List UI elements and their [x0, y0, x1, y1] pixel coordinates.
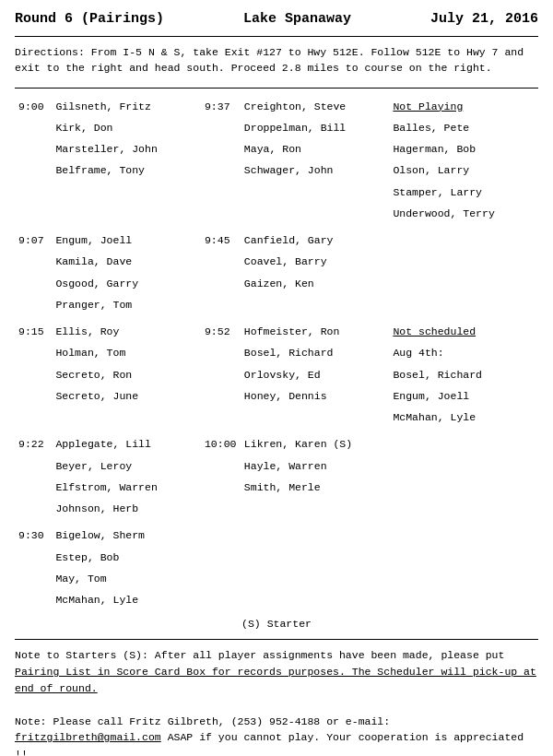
group-col-1	[52, 407, 201, 428]
time-col-2	[201, 407, 241, 428]
notes-col	[389, 568, 538, 589]
group-col-2	[241, 203, 390, 224]
group-col-2: Schwager, John	[241, 159, 390, 181]
time-col-2: 9:45	[201, 230, 241, 251]
time-col-1	[15, 159, 52, 181]
notes-col: McMahan, Lyle	[389, 407, 538, 428]
time-col-2	[201, 251, 241, 272]
time-col-1	[15, 455, 52, 477]
notes-col: Stamper, Larry	[389, 182, 538, 203]
group-col-1: Elfstrom, Warren	[52, 477, 201, 498]
notes-col	[389, 273, 538, 294]
time-col-1	[15, 342, 52, 363]
date-title: July 21, 2016	[430, 11, 538, 27]
time-col-1: 9:15	[15, 321, 52, 342]
call-note-text: Note: Please call Fritz Gilbreth, (253) …	[15, 715, 390, 727]
notes-col	[389, 525, 538, 546]
time-col-2	[201, 117, 241, 138]
time-col-2	[201, 273, 241, 294]
notes-col: Balles, Pete	[389, 117, 538, 138]
group-col-2	[241, 182, 390, 203]
time-col-2	[201, 385, 241, 407]
time-col-1	[15, 498, 52, 519]
notes-col	[389, 251, 538, 272]
time-col-2	[201, 203, 241, 224]
time-col-1	[15, 138, 52, 159]
group-col-1: Beyer, Leroy	[52, 455, 201, 477]
group-col-1: Johnson, Herb	[52, 498, 201, 519]
group-col-2: Orlovsky, Ed	[241, 364, 390, 385]
group-col-2: Bosel, Richard	[241, 342, 390, 363]
group-col-2: Canfield, Gary	[241, 230, 390, 251]
time-col-2: 9:52	[201, 321, 241, 342]
notes-col	[389, 547, 538, 568]
starters-note-prefix: Note to Starters (S): After all player a…	[15, 649, 504, 661]
group-col-1	[52, 203, 201, 224]
group-col-1: Osgood, Garry	[52, 273, 201, 294]
group-col-1: Kamila, Dave	[52, 251, 201, 272]
notes-col	[389, 455, 538, 477]
group-col-2	[241, 407, 390, 428]
group-col-1: Marsteller, John	[52, 138, 201, 159]
header-divider	[15, 36, 538, 37]
time-col-1	[15, 385, 52, 407]
group-col-2: Gaizen, Ken	[241, 273, 390, 294]
time-col-2	[201, 525, 241, 546]
time-col-2	[201, 477, 241, 498]
time-col-1	[15, 407, 52, 428]
group-col-1: Kirk, Don	[52, 117, 201, 138]
time-col-2	[201, 568, 241, 589]
group-col-1: Estep, Bob	[52, 547, 201, 568]
time-col-2	[201, 182, 241, 203]
group-col-1: Pranger, Tom	[52, 294, 201, 315]
group-col-2: Droppelman, Bill	[241, 117, 390, 138]
group-col-2: Honey, Dennis	[241, 385, 390, 407]
call-note: Note: Please call Fritz Gilbreth, (253) …	[15, 714, 538, 757]
notes-col: Not scheduled	[389, 321, 538, 342]
time-col-1	[15, 117, 52, 138]
time-col-2	[201, 294, 241, 315]
time-col-1	[15, 568, 52, 589]
time-col-2: 9:37	[201, 96, 241, 117]
notes-col	[389, 498, 538, 519]
time-col-1	[15, 477, 52, 498]
group-col-2	[241, 498, 390, 519]
time-col-2	[201, 455, 241, 477]
time-col-1: 9:30	[15, 525, 52, 546]
email-link[interactable]: fritzgilbreth@gmail.com	[15, 731, 161, 743]
group-col-1	[52, 182, 201, 203]
notes-col	[389, 230, 538, 251]
group-col-2: Coavel, Barry	[241, 251, 390, 272]
time-col-1	[15, 294, 52, 315]
notes-col: Olson, Larry	[389, 159, 538, 181]
starters-note: Note to Starters (S): After all player a…	[15, 647, 538, 696]
starters-note-underline: Pairing List in Score Card Box for recor…	[15, 666, 536, 694]
page-header: Round 6 (Pairings) Lake Spanaway July 21…	[15, 11, 538, 27]
location-title: Lake Spanaway	[243, 11, 351, 27]
time-col-1: 9:07	[15, 230, 52, 251]
time-col-1: 9:22	[15, 433, 52, 455]
round-title: Round 6 (Pairings)	[15, 11, 164, 27]
notes-col	[389, 589, 538, 610]
group-col-1: Ellis, Roy	[52, 321, 201, 342]
notes-col: Bosel, Richard	[389, 364, 538, 385]
group-col-1: Gilsneth, Fritz	[52, 96, 201, 117]
starter-note: (S) Starter	[15, 618, 538, 630]
group-col-2: Smith, Merle	[241, 477, 390, 498]
time-col-1	[15, 547, 52, 568]
time-col-1	[15, 273, 52, 294]
time-col-2	[201, 138, 241, 159]
group-col-2: Likren, Karen (S)	[241, 433, 390, 455]
time-col-1: 9:00	[15, 96, 52, 117]
group-col-2: Hayle, Warren	[241, 455, 390, 477]
notes-col	[389, 477, 538, 498]
group-col-2	[241, 547, 390, 568]
notes-col: Not Playing	[389, 96, 538, 117]
group-col-2	[241, 589, 390, 610]
time-col-1	[15, 364, 52, 385]
group-col-2	[241, 294, 390, 315]
group-col-1: Applegate, Lill	[52, 433, 201, 455]
group-col-1: Bigelow, Sherm	[52, 525, 201, 546]
time-col-2	[201, 589, 241, 610]
footer-notes: Note to Starters (S): After all player a…	[15, 647, 538, 756]
